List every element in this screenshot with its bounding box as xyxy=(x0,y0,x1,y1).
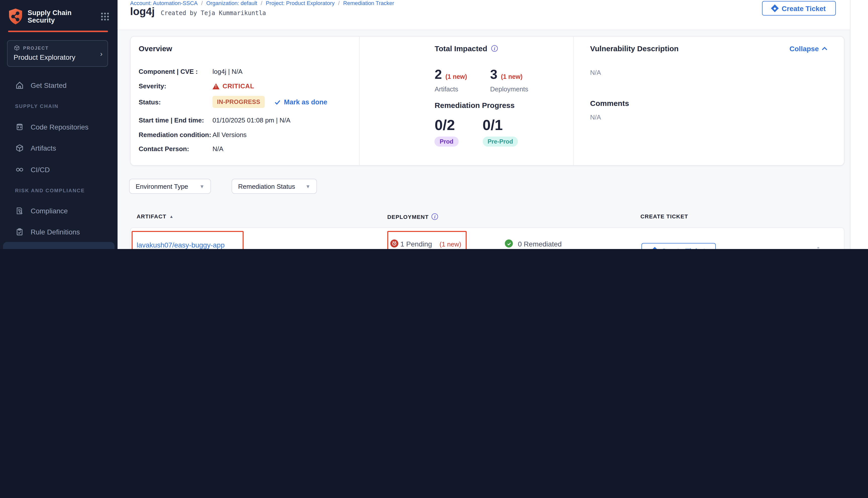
remediation-progress-title: Remediation Progress xyxy=(435,101,515,109)
artifact-link[interactable]: lavakush07/easy-buggy-app (new i ) xyxy=(137,240,242,249)
remediation-status-filter[interactable]: Remediation Status ▼ xyxy=(232,179,317,194)
warning-triangle-icon xyxy=(212,83,220,89)
app-name-line1: Supply Chain xyxy=(28,9,72,16)
remediation-progress-stats: 0/2 Prod 0/1 Pre-Prod xyxy=(435,117,518,147)
code-repo-icon xyxy=(15,122,24,132)
breadcrumb-separator: / xyxy=(201,0,203,6)
impact-stats: 2 (1 new) Artifacts 3 (1 new) Deployment… xyxy=(435,67,529,93)
project-selector[interactable]: PROJECT Product Exploratory › xyxy=(7,40,108,67)
page-title: log4j xyxy=(130,5,155,17)
breadcrumb: Account: Automation-SSCA / Organization:… xyxy=(130,0,394,6)
mark-as-done-label: Mark as done xyxy=(284,98,327,106)
time-value: 01/10/2025 01:08 pm | N/A xyxy=(212,117,290,124)
logo-accent-divider xyxy=(8,31,108,32)
remediation-status-label: Remediation Status xyxy=(238,183,295,190)
artifacts-new-count: (1 new) xyxy=(445,73,467,80)
cube-icon xyxy=(15,144,24,153)
artifacts-stat-label: Artifacts xyxy=(435,86,467,93)
artifacts-count: 2 xyxy=(435,67,442,82)
sidebar-item-cicd[interactable]: CI/CD xyxy=(0,160,118,180)
collapse-link[interactable]: Collapse xyxy=(789,44,827,52)
overview-card: Overview Component | CVE : log4j | N/A S… xyxy=(130,36,844,166)
time-row: Start time | End time: 01/10/2025 01:08 … xyxy=(139,117,290,124)
column-header-create-ticket: CREATE TICKET xyxy=(640,213,688,219)
impact-section: Total Impacted i 2 (1 new) Artifacts 3 xyxy=(359,37,573,165)
created-by-text: Created by Teja Kummarikuntla xyxy=(161,10,266,16)
breadcrumb-remediation-tracker[interactable]: Remediation Tracker xyxy=(343,0,394,6)
sidebar-item-artifacts[interactable]: Artifacts xyxy=(0,138,118,158)
check-icon xyxy=(274,99,281,105)
sidebar-item-remediation-tracker[interactable]: Remediation Tracker xyxy=(3,242,115,249)
severity-value: CRITICAL xyxy=(212,82,254,90)
severity-row: Severity: CRITICAL xyxy=(139,82,254,90)
environment-type-filter[interactable]: Environment Type ▼ xyxy=(129,179,211,194)
clipboard-check-icon xyxy=(15,227,24,236)
collapse-label: Collapse xyxy=(789,44,819,52)
severity-text: CRITICAL xyxy=(222,82,254,90)
condition-value: All Versions xyxy=(212,131,247,139)
home-icon xyxy=(15,81,24,90)
mark-as-done-link[interactable]: Mark as done xyxy=(274,98,327,106)
document-search-icon xyxy=(15,206,24,215)
sidebar-item-label: Compliance xyxy=(31,207,68,215)
sidebar-section-supply-chain: SUPPLY CHAIN xyxy=(15,103,59,109)
create-ticket-button-row[interactable]: Create Ticket xyxy=(642,243,716,249)
preprod-badge: Pre-Prod xyxy=(482,136,518,147)
total-impacted-title: Total Impacted xyxy=(435,44,488,53)
app-name-line2: Security xyxy=(28,16,72,24)
right-rail xyxy=(850,0,868,249)
row-menu-kebab[interactable] xyxy=(815,245,822,249)
artifact-name: lavakush07/easy-buggy-app xyxy=(137,240,242,249)
environment-type-label: Environment Type xyxy=(135,183,188,190)
project-name: Product Exploratory xyxy=(14,53,103,61)
deployments-stat-label: Deployments xyxy=(490,86,529,93)
artifacts-stat: 2 (1 new) Artifacts xyxy=(435,67,467,93)
status-label: Status: xyxy=(139,98,212,106)
sidebar-item-label: CI/CD xyxy=(31,166,50,174)
breadcrumb-separator: / xyxy=(261,0,262,6)
page-header: Account: Automation-SSCA / Organization:… xyxy=(118,0,850,30)
main-content: Account: Automation-SSCA / Organization:… xyxy=(118,0,868,249)
breadcrumb-organization[interactable]: Organization: default xyxy=(206,0,257,6)
create-ticket-label: Create Ticket xyxy=(781,4,826,12)
contact-label: Contact Person: xyxy=(139,145,212,153)
vulnerability-description-value: N/A xyxy=(590,69,601,76)
breadcrumb-account[interactable]: Account: Automation-SSCA xyxy=(130,0,198,6)
column-header-deployment: DEPLOYMENT i xyxy=(387,213,438,220)
remediated-count: 0 Remediated xyxy=(518,240,561,248)
pending-count: 1 Pending xyxy=(400,240,432,248)
project-label: PROJECT xyxy=(23,45,49,51)
sidebar-item-get-started[interactable]: Get Started xyxy=(0,75,118,95)
deployments-new-count: (1 new) xyxy=(501,73,523,80)
create-ticket-header-label: CREATE TICKET xyxy=(640,213,688,219)
project-cube-icon xyxy=(14,45,20,51)
contact-row: Contact Person: N/A xyxy=(139,145,223,153)
prod-progress: 0/2 Prod xyxy=(435,117,458,147)
contact-value: N/A xyxy=(212,145,223,153)
component-cve-label: Component | CVE : xyxy=(139,68,212,75)
breadcrumb-separator: / xyxy=(338,0,339,6)
comments-title: Comments xyxy=(590,99,629,107)
sidebar-item-label: Artifacts xyxy=(31,144,56,152)
column-header-artifact[interactable]: ARTIFACT ▲ xyxy=(137,213,173,219)
sidebar-item-rule-definitions[interactable]: Rule Definitions xyxy=(0,222,118,242)
shield-logo-icon xyxy=(8,8,23,25)
sort-ascending-icon: ▲ xyxy=(169,214,173,219)
chevron-down-icon: ▼ xyxy=(306,183,310,189)
pending-new-count: (1 new) xyxy=(440,240,462,248)
info-icon[interactable]: i xyxy=(432,213,438,220)
create-ticket-button-header[interactable]: Create Ticket xyxy=(762,1,836,16)
app-logo[interactable]: Supply Chain Security xyxy=(8,8,109,25)
deployments-stat: 3 (1 new) Deployments xyxy=(490,67,529,93)
sidebar: Supply Chain Security PROJECT Product Ex… xyxy=(0,0,118,249)
info-icon[interactable]: i xyxy=(491,45,498,52)
condition-label: Remediation condition: xyxy=(139,131,212,139)
details-section: Vulnerability Description Collapse N/A C… xyxy=(573,37,844,165)
sidebar-item-code-repositories[interactable]: Code Repositories xyxy=(0,117,118,137)
app-grid-icon[interactable] xyxy=(101,12,109,21)
breadcrumb-project[interactable]: Project: Product Exploratory xyxy=(266,0,335,6)
component-cve-value: log4j | N/A xyxy=(212,68,243,75)
sidebar-item-label: Get Started xyxy=(31,81,67,89)
sidebar-item-compliance[interactable]: Compliance xyxy=(0,201,118,221)
ticket-diamond-icon xyxy=(771,4,779,12)
